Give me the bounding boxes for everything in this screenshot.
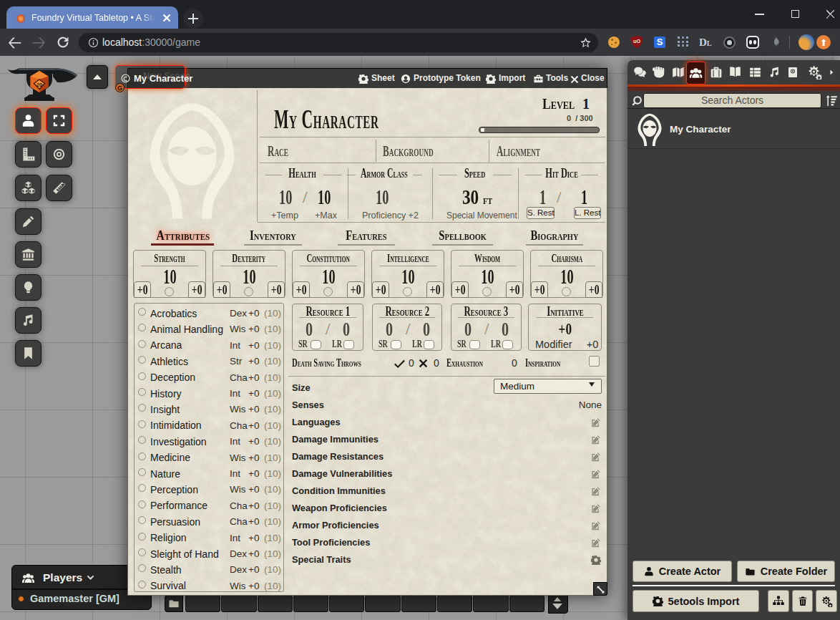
- svg-text:uO: uO: [633, 38, 640, 44]
- svg-text:20: 20: [36, 82, 42, 88]
